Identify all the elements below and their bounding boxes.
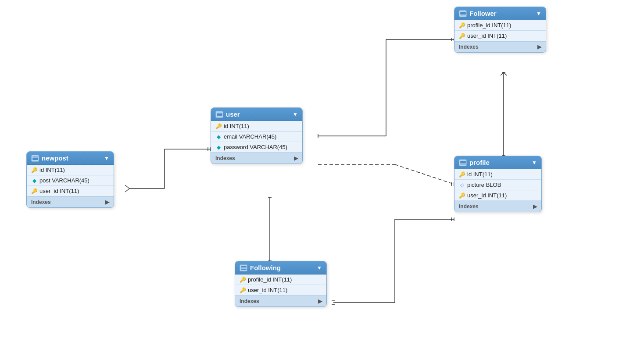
db-icon-follower xyxy=(459,10,467,17)
indexes-arrow-icon: ▶ xyxy=(318,298,322,304)
field-follower-userid: 🔑 user_id INT(11) xyxy=(454,31,546,41)
field-newpost-post: ◆ post VARCHAR(45) xyxy=(27,175,114,186)
table-profile[interactable]: profile ▼ 🔑 id INT(11) ◇ picture BLOB 🔑 … xyxy=(454,156,542,212)
indexes-arrow-icon: ▶ xyxy=(105,199,109,205)
field-following-userid-text: user_id INT(11) xyxy=(248,287,287,293)
table-newpost-title: newpost xyxy=(42,154,68,162)
indexes-arrow-icon: ▶ xyxy=(294,155,298,161)
table-user-title: user xyxy=(226,111,240,118)
db-icon-profile xyxy=(459,159,467,166)
field-user-email: ◆ email VARCHAR(45) xyxy=(211,132,302,142)
field-profile-picture-text: picture BLOB xyxy=(467,182,501,188)
indexes-arrow-icon: ▶ xyxy=(537,44,541,50)
field-following-profileid: 🔑 profile_id INT(11) xyxy=(235,275,326,285)
field-following-userid: 🔑 user_id INT(11) xyxy=(235,285,326,296)
field-follower-profileid: 🔑 profile_id INT(11) xyxy=(454,20,546,31)
indexes-label: Indexes xyxy=(240,298,259,304)
table-following[interactable]: Following ▼ 🔑 profile_id INT(11) 🔑 user_… xyxy=(235,261,327,307)
field-user-id-text: id INT(11) xyxy=(224,123,249,129)
diamond-icon: ◆ xyxy=(215,134,222,140)
svg-line-3 xyxy=(125,185,129,189)
chevron-down-icon[interactable]: ▼ xyxy=(536,11,541,17)
table-newpost-header[interactable]: newpost ▼ xyxy=(27,152,114,165)
field-newpost-id-text: id INT(11) xyxy=(39,167,65,173)
db-icon-following xyxy=(240,264,247,271)
table-newpost[interactable]: newpost ▼ 🔑 id INT(11) ◆ post VARCHAR(45… xyxy=(26,151,114,208)
table-follower-indexes[interactable]: Indexes ▶ xyxy=(454,41,546,52)
field-profile-picture: ◇ picture BLOB xyxy=(454,180,541,190)
key-icon: 🔑 xyxy=(459,171,465,178)
field-newpost-id: 🔑 id INT(11) xyxy=(27,165,114,175)
db-icon-newpost xyxy=(31,155,39,162)
field-user-password: ◆ password VARCHAR(45) xyxy=(211,142,302,153)
table-user[interactable]: user ▼ 🔑 id INT(11) ◆ email VARCHAR(45) … xyxy=(211,107,303,164)
fk-icon: 🔑 xyxy=(240,287,246,293)
field-newpost-userid-text: user_id INT(11) xyxy=(39,188,79,194)
table-newpost-indexes[interactable]: Indexes ▶ xyxy=(27,196,114,207)
field-profile-userid: 🔑 user_id INT(11) xyxy=(454,190,541,201)
field-profile-userid-text: user_id INT(11) xyxy=(467,192,507,199)
field-following-profileid-text: profile_id INT(11) xyxy=(248,276,292,283)
table-following-title: Following xyxy=(250,264,281,271)
svg-line-4 xyxy=(125,189,129,192)
table-user-indexes[interactable]: Indexes ▶ xyxy=(211,153,302,164)
field-user-password-text: password VARCHAR(45) xyxy=(224,144,287,150)
chevron-down-icon[interactable]: ▼ xyxy=(293,111,298,118)
table-follower[interactable]: Follower ▼ 🔑 profile_id INT(11) 🔑 user_i… xyxy=(454,7,546,53)
svg-line-22 xyxy=(395,164,454,184)
field-newpost-userid: 🔑 user_id INT(11) xyxy=(27,186,114,196)
field-newpost-post-text: post VARCHAR(45) xyxy=(39,177,89,184)
chevron-down-icon[interactable]: ▼ xyxy=(532,160,537,166)
table-follower-header[interactable]: Follower ▼ xyxy=(454,7,546,20)
indexes-label: Indexes xyxy=(459,203,479,210)
fk-icon: 🔑 xyxy=(459,193,465,199)
table-profile-title: profile xyxy=(469,159,490,166)
diagram-canvas: newpost ▼ 🔑 id INT(11) ◆ post VARCHAR(45… xyxy=(0,0,644,353)
fk-icon: 🔑 xyxy=(31,188,37,194)
field-user-id: 🔑 id INT(11) xyxy=(211,121,302,132)
diamond-icon: ◆ xyxy=(31,178,37,184)
table-following-indexes[interactable]: Indexes ▶ xyxy=(235,296,326,307)
table-profile-indexes[interactable]: Indexes ▶ xyxy=(454,201,541,212)
key-icon: 🔑 xyxy=(215,123,222,129)
field-user-email-text: email VARCHAR(45) xyxy=(224,133,276,140)
fk-icon: 🔑 xyxy=(240,277,246,283)
svg-line-17 xyxy=(504,72,507,75)
key-icon: 🔑 xyxy=(31,167,37,173)
indexes-label: Indexes xyxy=(31,199,51,205)
field-follower-userid-text: user_id INT(11) xyxy=(467,32,507,39)
field-profile-id-text: id INT(11) xyxy=(467,171,493,178)
svg-line-16 xyxy=(501,72,504,75)
indexes-label: Indexes xyxy=(459,44,479,50)
field-profile-id: 🔑 id INT(11) xyxy=(454,169,541,180)
indexes-label: Indexes xyxy=(215,155,235,161)
db-icon-user xyxy=(215,111,223,118)
fk-icon: 🔑 xyxy=(459,22,465,29)
chevron-down-icon[interactable]: ▼ xyxy=(317,265,322,271)
chevron-down-icon[interactable]: ▼ xyxy=(104,155,109,161)
indexes-arrow-icon: ▶ xyxy=(533,203,537,210)
diamond-icon: ◇ xyxy=(459,182,465,188)
fk-icon: 🔑 xyxy=(459,33,465,39)
table-user-header[interactable]: user ▼ xyxy=(211,108,302,121)
field-follower-profileid-text: profile_id INT(11) xyxy=(467,22,511,29)
table-follower-title: Follower xyxy=(469,10,497,17)
table-profile-header[interactable]: profile ▼ xyxy=(454,156,541,169)
diamond-icon: ◆ xyxy=(215,144,222,150)
table-following-header[interactable]: Following ▼ xyxy=(235,261,326,275)
